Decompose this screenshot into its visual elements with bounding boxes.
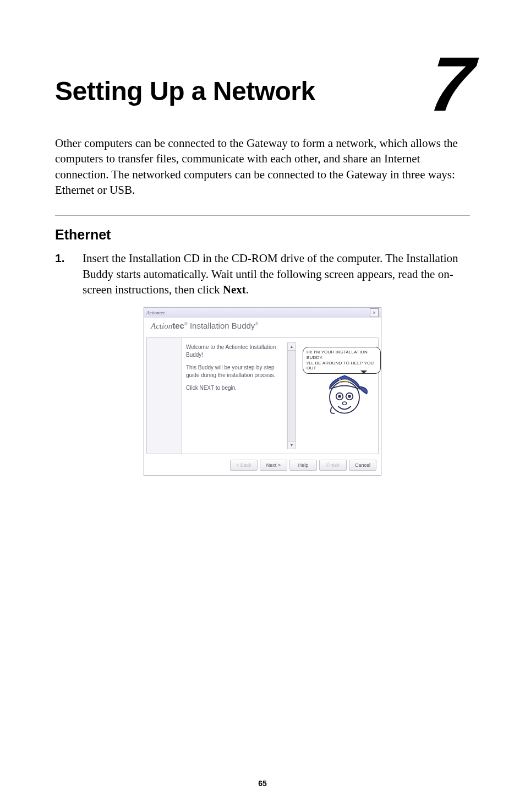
back-button[interactable]: < Back [230,460,258,471]
scroll-down-button[interactable]: ▾ [288,441,296,449]
next-button[interactable]: Next > [260,460,287,471]
installer-right-panel: ▴ ▾ Hi! I'm your installation buddy. I'l… [287,338,378,454]
installer-line-2: This Buddy will be your step-by-step gui… [186,364,283,379]
next-button-label: Next > [266,462,281,468]
brand-inst: Installation Buddy [188,321,255,330]
chapter-title: Setting Up a Network [55,61,315,106]
step-1-period: . [246,283,249,296]
installer-body: Welcome to the Actiontec Installation Bu… [146,337,379,454]
back-button-label: < Back [236,462,251,468]
step-1: 1. Insert the Installation CD in the CD-… [55,250,470,297]
scroll-up-icon: ▴ [291,344,293,349]
scrollbar[interactable]: ▴ ▾ [287,342,296,449]
step-1-next-label: Next [223,283,246,296]
installer-brand: Actiontec® Installation Buddy® [151,321,258,330]
page-number: 65 [0,779,525,788]
step-1-cd: CD [184,252,200,265]
scroll-up-button[interactable]: ▴ [288,343,296,351]
step-1-cdrom: CD-ROM [232,252,278,265]
installer-header: Actiontec® Installation Buddy® [144,318,381,337]
intro-paragraph: Other computers can be connected to the … [55,135,470,198]
installer-line-3: Click NEXT to begin. [186,384,283,392]
buddy-area: Hi! I'm your installation buddy. I'll be… [298,342,375,449]
help-button-label: Help [298,462,309,468]
chapter-title-row: Setting Up a Network 7 [55,61,470,119]
finish-button[interactable]: Finish [319,460,347,471]
svg-point-0 [330,382,359,413]
brand-tec: tec [172,321,184,330]
speech-line-1: Hi! I'm your installation buddy. [307,350,377,360]
scroll-down-icon: ▾ [291,443,293,448]
close-icon: × [373,310,375,315]
chapter-number: 7 [427,50,474,119]
finish-button-label: Finish [326,462,340,468]
installer-left-panel [147,338,182,454]
step-1-text: Insert the Installation CD in the CD-ROM… [83,250,470,297]
close-button[interactable]: × [370,308,379,317]
installer-window: Actiontec × Actiontec® Installation Budd… [144,307,381,476]
cancel-button[interactable]: Cancel [349,460,376,471]
step-1-frag-b: in the [200,252,232,265]
buddy-cap-text: Buddy [338,379,351,384]
installer-titlebar-brand: Actiontec [146,310,165,315]
installer-body-text: Welcome to the Actiontec Installation Bu… [182,338,287,454]
step-1-frag-a: Insert the Installation [83,252,184,265]
installer-titlebar: Actiontec × [144,308,381,318]
section-divider [55,215,470,216]
svg-point-4 [348,395,351,398]
installer-right-content: ▴ ▾ Hi! I'm your installation buddy. I'l… [287,342,375,449]
brand-reg-2: ® [255,321,258,326]
help-button[interactable]: Help [289,460,317,471]
section-heading-ethernet: Ethernet [55,227,470,243]
buddy-character-icon: Buddy [320,367,369,416]
cancel-button-label: Cancel [355,462,370,468]
installer-footer: < Back Next > Help Finish Cancel [144,454,381,475]
installer-figure: Actiontec × Actiontec® Installation Budd… [55,307,470,476]
svg-point-3 [338,395,341,398]
step-1-number: 1. [55,250,70,297]
brand-action: Action [151,321,172,330]
document-page: Setting Up a Network 7 Other computers c… [0,0,525,812]
installer-line-1: Welcome to the Actiontec Installation Bu… [186,344,283,358]
